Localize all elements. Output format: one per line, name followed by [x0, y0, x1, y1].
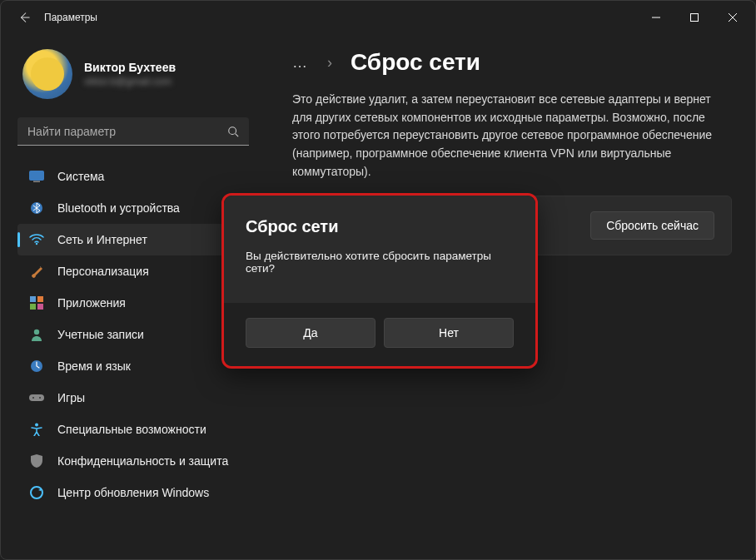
confirm-dialog: Сброс сети Вы действительно хотите сброс…	[221, 193, 538, 369]
arrow-left-icon	[18, 12, 30, 23]
nav-label: Центр обновления Windows	[57, 486, 209, 499]
clock-globe-icon	[29, 359, 44, 374]
svg-point-15	[35, 424, 38, 427]
back-button[interactable]	[12, 6, 36, 29]
nav-label: Приложения	[57, 296, 126, 310]
maximize-button[interactable]	[675, 4, 714, 31]
titlebar: Параметры	[1, 1, 755, 34]
nav-label: Специальные возможности	[57, 423, 206, 436]
reset-now-button[interactable]: Сбросить сейчас	[590, 211, 714, 240]
gamepad-icon	[29, 390, 44, 405]
avatar	[22, 49, 72, 99]
shield-icon	[29, 453, 44, 468]
profile-email: viktor.b@gmail.com	[84, 76, 176, 87]
wifi-icon	[29, 232, 44, 247]
nav-label: Персонализация	[57, 265, 149, 278]
window-controls	[637, 4, 752, 31]
nav-label: Система	[57, 170, 104, 183]
search-input[interactable]	[27, 125, 227, 138]
page-description: Это действие удалит, а затем переустанов…	[292, 91, 732, 181]
svg-rect-6	[30, 296, 36, 302]
nav-label: Время и язык	[57, 359, 131, 373]
svg-point-14	[39, 397, 41, 399]
nav-personalization[interactable]: Персонализация	[17, 255, 254, 287]
svg-point-13	[32, 397, 34, 399]
nav-label: Bluetooth и устройства	[57, 201, 180, 215]
svg-rect-12	[29, 394, 44, 401]
search-box[interactable]	[17, 117, 249, 146]
svg-point-16	[31, 487, 42, 498]
minimize-button[interactable]	[637, 4, 675, 31]
nav-accounts[interactable]: Учетные записи	[17, 319, 254, 350]
nav-privacy[interactable]: Конфиденциальность и защита	[17, 445, 254, 477]
nav-label: Сеть и Интернет	[57, 233, 147, 246]
search-icon	[227, 126, 239, 137]
bluetooth-icon	[29, 201, 44, 216]
svg-rect-8	[30, 304, 36, 310]
svg-point-10	[34, 330, 39, 335]
dialog-no-button[interactable]: Нет	[384, 318, 514, 348]
nav-accessibility[interactable]: Специальные возможности	[17, 414, 254, 445]
svg-rect-7	[37, 296, 43, 302]
nav-list: Система Bluetooth и устройства Сеть и Ин…	[17, 161, 254, 508]
svg-point-5	[36, 243, 37, 245]
dialog-yes-button[interactable]: Да	[246, 318, 376, 348]
apps-icon	[29, 295, 44, 310]
profile-block[interactable]: Виктор Бухтеев viktor.b@gmail.com	[17, 42, 254, 114]
nav-gaming[interactable]: Игры	[17, 382, 254, 414]
nav-network[interactable]: Сеть и Интернет	[17, 224, 254, 255]
minimize-icon	[652, 13, 660, 22]
close-button[interactable]	[714, 4, 752, 31]
profile-name: Виктор Бухтеев	[84, 61, 176, 74]
nav-label: Учетные записи	[57, 328, 144, 341]
svg-rect-0	[691, 14, 699, 22]
page-title: Сброс сети	[351, 49, 480, 76]
breadcrumb: … › Сброс сети	[292, 49, 732, 76]
nav-label: Игры	[57, 391, 85, 404]
svg-rect-9	[37, 304, 43, 310]
monitor-icon	[29, 169, 44, 184]
nav-windows-update[interactable]: Центр обновления Windows	[17, 477, 254, 508]
update-icon	[29, 485, 44, 500]
svg-rect-3	[33, 181, 40, 183]
nav-time-language[interactable]: Время и язык	[17, 350, 254, 382]
brush-icon	[29, 264, 44, 279]
accessibility-icon	[29, 422, 44, 437]
close-icon	[729, 13, 737, 22]
breadcrumb-more[interactable]: …	[292, 54, 309, 72]
maximize-icon	[690, 13, 699, 22]
dialog-message: Вы действительно хотите сбросить парамет…	[246, 250, 514, 275]
svg-point-1	[229, 126, 236, 134]
person-icon	[29, 327, 44, 342]
dialog-title: Сброс сети	[246, 217, 514, 236]
nav-system[interactable]: Система	[17, 161, 254, 192]
window-title: Параметры	[44, 12, 637, 23]
chevron-right-icon: ›	[327, 54, 332, 72]
nav-label: Конфиденциальность и защита	[57, 454, 228, 468]
svg-rect-2	[30, 171, 44, 181]
nav-apps[interactable]: Приложения	[17, 287, 254, 319]
nav-bluetooth[interactable]: Bluetooth и устройства	[17, 192, 254, 224]
